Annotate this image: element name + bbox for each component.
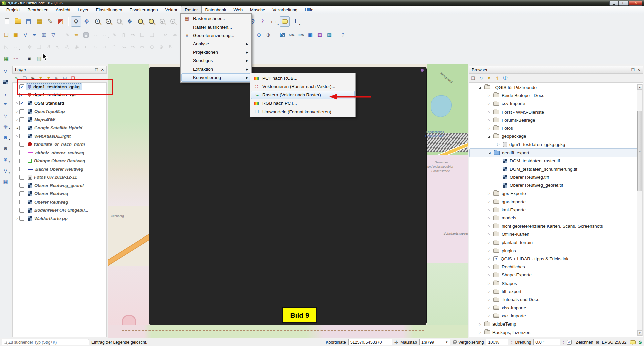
close-panel-icon[interactable]: ✕ xyxy=(101,68,104,72)
browser-item-forums-beiträge[interactable]: ▷Forums-Beiträge xyxy=(469,116,643,124)
add-arcgis-layer-button[interactable]: ▦ xyxy=(1,177,10,186)
help-button[interactable]: ? xyxy=(339,31,347,39)
map-theme-button[interactable]: ▦ xyxy=(2,54,11,63)
split-parts-button[interactable]: ✂ xyxy=(138,43,147,51)
menu-item-pct-nach-rgb[interactable]: PCT nach RGB... xyxy=(251,74,355,82)
project-open-button[interactable] xyxy=(13,16,23,27)
expander-icon[interactable]: ▷ xyxy=(15,217,19,220)
extents-toggle-icon[interactable]: ✛ xyxy=(394,340,398,345)
expander-icon[interactable]: ▷ xyxy=(487,232,491,236)
browser-item-dgm-testdaten-schummerung-tif[interactable]: DGM_testdaten_schummerung.tif xyxy=(469,165,643,173)
new-geopackage-button[interactable]: ▣ xyxy=(11,31,20,39)
layer-item-dgm1-testdaten-xyz[interactable]: ✔dgm1_testdaten_xyz xyxy=(13,91,106,99)
add-ring-button[interactable]: ◎ xyxy=(63,43,72,51)
expander-icon[interactable]: ▷ xyxy=(487,282,491,285)
delete-ring-button[interactable]: ◌ xyxy=(91,43,100,51)
zoom-last-button[interactable]: ◂ xyxy=(157,16,167,27)
browser-item-tutorials-und-docs[interactable]: ▷Tutorials und Docs xyxy=(469,296,643,304)
browser-item-tiff-export[interactable]: ▷tiff_export xyxy=(469,287,643,295)
web-globe-icon[interactable]: ⊕ xyxy=(255,31,263,39)
merge-attributes-button[interactable]: ⊜ xyxy=(157,43,166,51)
close-button[interactable]: ✕ xyxy=(629,1,642,6)
expander-icon[interactable]: ▷ xyxy=(487,102,491,105)
layer-visibility-checkbox[interactable]: ✔ xyxy=(19,101,24,105)
layer-visibility-checkbox[interactable] xyxy=(19,183,24,188)
layer-item-oberer-reutweg[interactable]: Oberer Reutweg xyxy=(13,198,106,206)
browser-item-kml-exporte[interactable]: ▷kml-Exporte xyxy=(469,206,643,214)
layer-visibility-checkbox[interactable] xyxy=(19,109,24,114)
expander-icon[interactable]: ▷ xyxy=(487,118,491,122)
rotation-spinner[interactable]: ▲▼ xyxy=(563,340,565,344)
browser-item-shapes[interactable]: ▷Shapes xyxy=(469,279,643,287)
save-edits-button[interactable] xyxy=(82,31,90,39)
project-save-button[interactable] xyxy=(24,16,34,27)
chevron-down-icon[interactable]: ▾ xyxy=(108,36,109,39)
browser-item-dgm-testdaten-raster-tif[interactable]: DGM_testdaten_raster.tif xyxy=(469,157,643,165)
add-raster-layer-button[interactable] xyxy=(1,78,10,86)
messages-icon[interactable] xyxy=(630,340,636,344)
menu-datenbank[interactable]: Datenbank xyxy=(202,6,230,14)
menu-ansicht[interactable]: Ansicht xyxy=(52,6,74,14)
new-memory-layer-button[interactable]: ▦ xyxy=(40,31,48,39)
add-virtual-layer-button[interactable]: ▽ xyxy=(1,111,10,120)
add-vector-layer-button[interactable]: V xyxy=(1,67,10,75)
layer-visibility-checkbox[interactable] xyxy=(19,191,24,196)
menu-masche[interactable]: Masche xyxy=(246,6,269,14)
text-annotation-button[interactable]: T▾ xyxy=(290,16,300,27)
add-wms-layer-button[interactable]: ⊕▾ xyxy=(1,133,10,142)
rotate-feature-button[interactable]: ↺ xyxy=(44,43,53,51)
expander-icon[interactable]: ◢ xyxy=(15,126,19,130)
layer-item-oberer-reutweg[interactable]: Oberer Reutweg xyxy=(13,190,106,198)
expander-icon[interactable]: ▷ xyxy=(487,257,491,260)
layer-item-bäche-oberer-reutweg[interactable]: Bäche Oberer Reutweg xyxy=(13,165,106,173)
render-checkbox[interactable]: ✔ xyxy=(567,340,572,345)
snapping-options-button[interactable]: ∷▾ xyxy=(11,43,20,51)
add-spatialite-layer-button[interactable]: ✒ xyxy=(1,100,10,109)
expander-icon[interactable]: ▷ xyxy=(487,314,491,317)
layer-visibility-checkbox[interactable] xyxy=(19,175,24,180)
expander-icon[interactable]: ▷ xyxy=(487,94,491,97)
expander-icon[interactable]: ◢ xyxy=(478,86,482,89)
menu-item-georeferenzierung[interactable]: #Georeferenzierung... xyxy=(181,31,251,40)
layer-visibility-checkbox[interactable] xyxy=(19,200,24,204)
layer-item-osm-standard[interactable]: ▷✔OSM Standard xyxy=(13,99,106,107)
move-feature-button[interactable]: ✥ xyxy=(25,43,34,51)
close-panel-icon[interactable]: ✕ xyxy=(637,68,640,72)
refresh-browser-button[interactable]: ↻ xyxy=(477,74,485,82)
menu-item-extraktion[interactable]: Extraktion▶ xyxy=(181,65,251,73)
menu-verarbeitung[interactable]: Verarbeitung xyxy=(269,6,301,14)
zoom-to-selection-button[interactable] xyxy=(135,16,145,27)
rotate-point-symbols-button[interactable]: ↻ xyxy=(166,43,175,51)
browser-item-models[interactable]: ▷models xyxy=(469,214,643,222)
chevron-down-icon[interactable]: ▾ xyxy=(277,23,279,26)
remove-layer-button[interactable]: ❏ xyxy=(69,74,77,82)
toggle-editing-button[interactable]: ✏ xyxy=(72,31,81,39)
add-postgis-layer-button[interactable]: ◉▾ xyxy=(1,122,10,131)
filter-by-expression-button[interactable]: ▼▾ xyxy=(45,74,52,82)
layer-item-dgm1-testdaten-gpkg[interactable]: ✔dgm1_testdaten_gpkg xyxy=(13,83,106,91)
data-source-manager-button[interactable]: ❒ xyxy=(2,31,11,39)
simplify-feature-button[interactable]: ∿ xyxy=(53,43,62,51)
menu-item-rastern-vektor-nach-raster[interactable]: ↝Rastern (Vektor nach Raster)... xyxy=(251,91,355,99)
add-selected-layers-button[interactable]: ❏ xyxy=(469,74,477,82)
chevron-down-icon[interactable]: ▾ xyxy=(9,138,10,141)
measure-button[interactable]: ▭▾ xyxy=(269,16,279,27)
expander-icon[interactable]: ▷ xyxy=(487,192,491,195)
layer-visibility-checkbox[interactable]: ✔ xyxy=(19,84,24,89)
grid-tool-2-button[interactable]: ▦ xyxy=(325,31,334,39)
expander-icon[interactable]: ▷ xyxy=(487,306,491,309)
browser-item-beide-biotope-docs[interactable]: ▷Beide Biotope - Docs xyxy=(469,91,643,99)
rotation-field[interactable]: 0,0 ° xyxy=(533,339,560,345)
expander-icon[interactable]: ◢ xyxy=(487,151,491,155)
browser-item-geotiff-export[interactable]: ◢geotiff_export xyxy=(469,148,643,157)
layer-visibility-checkbox[interactable] xyxy=(19,126,24,130)
browser-item-backups-lizenzen[interactable]: ▷Backups, Lizenzen xyxy=(469,328,643,336)
browser-item-adobetemp[interactable]: ▷adobeTemp xyxy=(469,320,643,328)
menu-vektor[interactable]: Vektor xyxy=(161,6,181,14)
maximize-button[interactable]: ❐ xyxy=(619,1,629,6)
browser-item-csv-importe[interactable]: ▷csv-Importe xyxy=(469,100,643,108)
offset-curve-button[interactable]: ◠ xyxy=(110,43,119,51)
menu-hilfe[interactable]: Hilfe xyxy=(301,6,317,14)
expander-icon[interactable]: ◢ xyxy=(487,135,491,138)
scroll-up-icon[interactable]: ▲ xyxy=(637,84,642,90)
